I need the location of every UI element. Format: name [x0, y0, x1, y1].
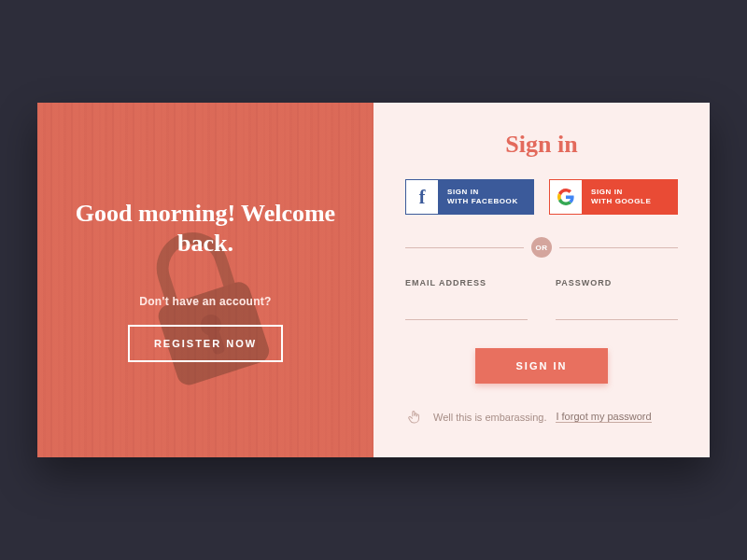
google-button-label: SIGN IN WITH GOOGLE [582, 180, 677, 214]
forgot-password-footer: Well this is embarassing. I forgot my pa… [405, 408, 678, 427]
password-input[interactable] [556, 301, 678, 320]
signin-panel: Sign in f SIGN IN WITH FACEBOOK SIGN IN … [374, 103, 710, 457]
signin-button[interactable]: SIGN IN [475, 348, 609, 384]
password-label: PASSWORD [556, 278, 678, 287]
password-field-group: PASSWORD [556, 278, 678, 320]
facebook-signin-button[interactable]: f SIGN IN WITH FACEBOOK [405, 179, 534, 215]
forgot-prefix-text: Well this is embarassing. [433, 412, 546, 423]
credential-fields: EMAIL ADDRESS PASSWORD [405, 278, 678, 320]
register-button[interactable]: REGISTER NOW [128, 325, 283, 362]
greeting-heading: Good morning! Welcome back. [65, 199, 345, 259]
email-input[interactable] [405, 301, 528, 320]
auth-card: Good morning! Welcome back. Don't have a… [37, 103, 710, 457]
signin-title: Sign in [505, 131, 577, 159]
facebook-button-label: SIGN IN WITH FACEBOOK [438, 180, 533, 214]
no-account-text: Don't have an account? [65, 295, 345, 308]
email-field-group: EMAIL ADDRESS [405, 278, 528, 320]
social-buttons: f SIGN IN WITH FACEBOOK SIGN IN WITH GOO… [405, 179, 678, 215]
or-badge: OR [531, 237, 552, 258]
pointer-hand-icon [405, 408, 424, 427]
facebook-icon: f [406, 180, 438, 214]
divider-line-right [559, 247, 678, 248]
welcome-panel: Good morning! Welcome back. Don't have a… [37, 103, 374, 457]
google-signin-button[interactable]: SIGN IN WITH GOOGLE [549, 179, 678, 215]
forgot-password-link[interactable]: I forgot my password [556, 411, 651, 423]
email-label: EMAIL ADDRESS [405, 278, 528, 287]
divider-line-left [405, 247, 524, 248]
or-divider: OR [405, 237, 678, 258]
google-icon [550, 180, 582, 214]
